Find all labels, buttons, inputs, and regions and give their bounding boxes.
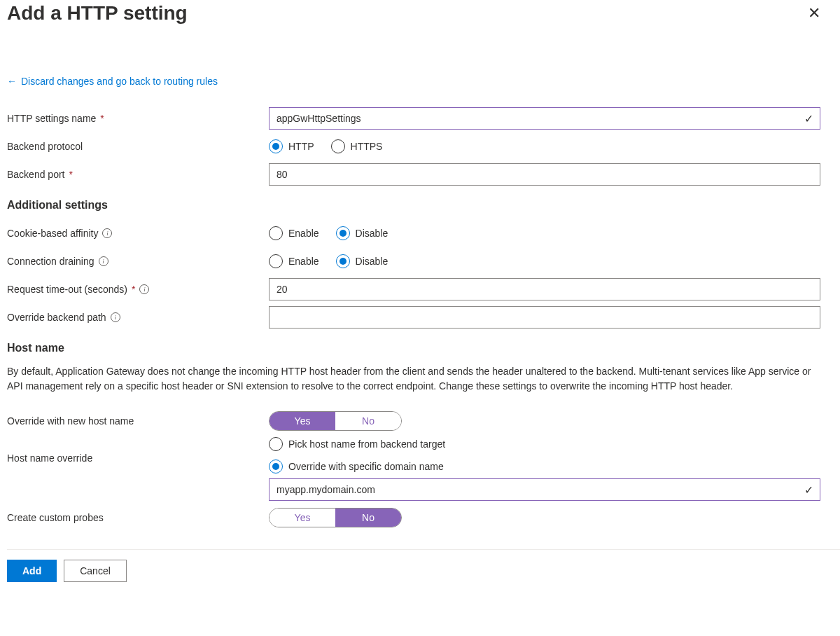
discard-link-text: Discard changes and go back to routing r… [21,76,218,87]
toggle-no[interactable]: No [335,412,401,430]
radio-icon [269,139,283,153]
radio-icon [269,437,283,451]
custom-probes-label: Create custom probes [7,512,104,523]
timeout-input[interactable] [269,278,820,300]
override-new-hostname-label: Override with new host name [7,415,134,427]
info-icon[interactable]: i [139,284,149,294]
info-icon[interactable]: i [111,312,120,322]
required-asterisk: * [69,169,73,180]
info-icon[interactable]: i [99,256,108,266]
radio-icon [336,254,350,268]
override-path-input[interactable] [269,306,820,329]
custom-probes-toggle[interactable]: Yes No [269,508,402,527]
timeout-label: Request time-out (seconds) [7,284,127,295]
protocol-http-radio[interactable]: HTTP [269,139,314,153]
override-hostname-toggle[interactable]: Yes No [269,411,402,431]
specific-domain-radio[interactable]: Override with specific domain name [269,459,820,473]
required-asterisk: * [132,284,135,295]
checkmark-icon: ✓ [804,112,813,125]
connection-draining-label: Connection draining [7,256,94,267]
radio-icon [269,226,283,240]
radio-icon [331,139,345,153]
hostname-description: By default, Application Gateway does not… [7,364,820,394]
add-button[interactable]: Add [7,560,57,582]
backend-port-input[interactable] [269,163,820,186]
settings-name-input[interactable] [269,107,820,130]
hostname-override-label: Host name override [7,452,92,464]
hostname-heading: Host name [7,342,840,354]
cancel-button[interactable]: Cancel [64,560,127,582]
radio-icon [269,459,283,473]
discard-link[interactable]: ← Discard changes and go back to routing… [7,76,218,87]
domain-name-input[interactable] [269,478,820,501]
cookie-enable-radio[interactable]: Enable [269,226,319,240]
info-icon[interactable]: i [102,228,112,238]
draining-enable-radio[interactable]: Enable [269,254,319,268]
pick-backend-radio[interactable]: Pick host name from backend target [269,437,820,451]
close-icon[interactable]: ✕ [802,1,826,25]
additional-settings-heading: Additional settings [7,199,840,212]
cookie-disable-radio[interactable]: Disable [336,226,388,240]
required-asterisk: * [100,113,104,124]
settings-name-label: HTTP settings name [7,113,96,124]
checkmark-icon: ✓ [804,483,813,497]
draining-disable-radio[interactable]: Disable [336,254,388,268]
toggle-yes[interactable]: Yes [270,509,335,527]
override-path-label: Override backend path [7,312,106,323]
toggle-no[interactable]: No [335,509,401,527]
backend-protocol-label: Backend protocol [7,141,83,152]
protocol-https-radio[interactable]: HTTPS [331,139,383,153]
radio-icon [336,226,350,240]
radio-icon [269,254,283,268]
back-arrow-icon: ← [7,76,17,87]
backend-port-label: Backend port [7,169,65,180]
cookie-affinity-label: Cookie-based affinity [7,228,98,239]
panel-title: Add a HTTP setting [7,2,188,25]
toggle-yes[interactable]: Yes [270,412,335,430]
